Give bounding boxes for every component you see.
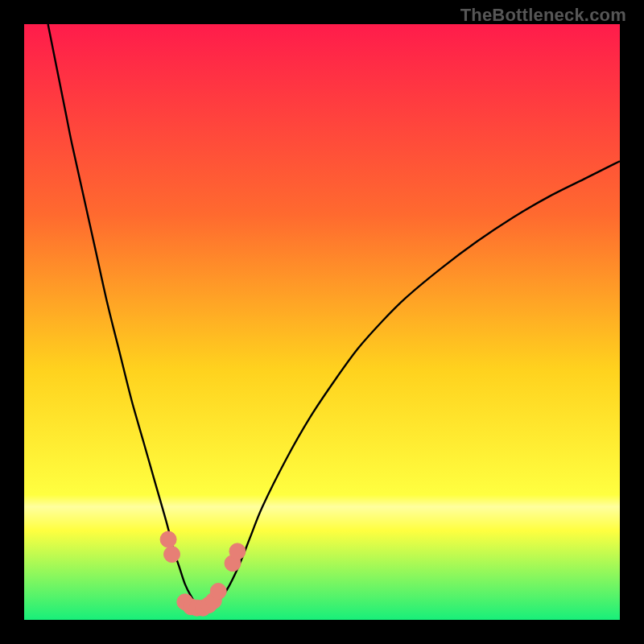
watermark-text: TheBottleneck.com xyxy=(460,5,626,26)
plot-area xyxy=(24,24,620,620)
data-marker xyxy=(164,547,180,563)
bottleneck-chart xyxy=(24,24,620,620)
data-marker xyxy=(229,543,246,559)
chart-frame: TheBottleneck.com xyxy=(0,0,644,644)
data-marker xyxy=(210,583,226,599)
data-marker xyxy=(160,531,176,547)
gradient-background xyxy=(24,24,620,620)
